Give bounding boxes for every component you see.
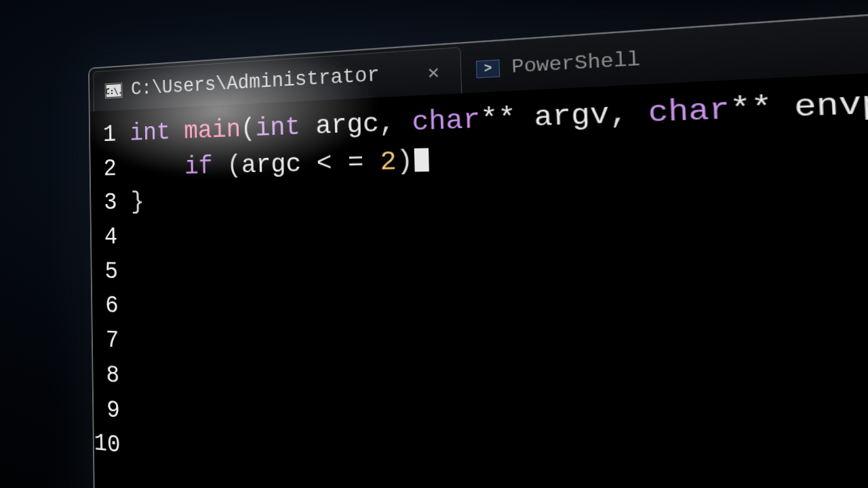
text-cursor bbox=[414, 148, 429, 171]
tab-label: PowerShell bbox=[511, 48, 641, 78]
code-content: int main(int argc, char** argv, char** e… bbox=[125, 74, 868, 488]
powershell-icon: > bbox=[476, 59, 500, 78]
tab-powershell[interactable]: > PowerShell bbox=[460, 30, 658, 94]
close-tab-button[interactable]: ✕ bbox=[421, 57, 446, 87]
editor-pane[interactable]: 1 2 3 4 5 6 7 8 9 10 int main(int argc, … bbox=[90, 56, 868, 488]
terminal-window: C:\. C:\Users\Administrator ✕ > PowerShe… bbox=[88, 0, 868, 488]
cmd-icon: C:\. bbox=[105, 83, 123, 99]
tab-label: C:\Users\Administrator bbox=[131, 64, 380, 100]
